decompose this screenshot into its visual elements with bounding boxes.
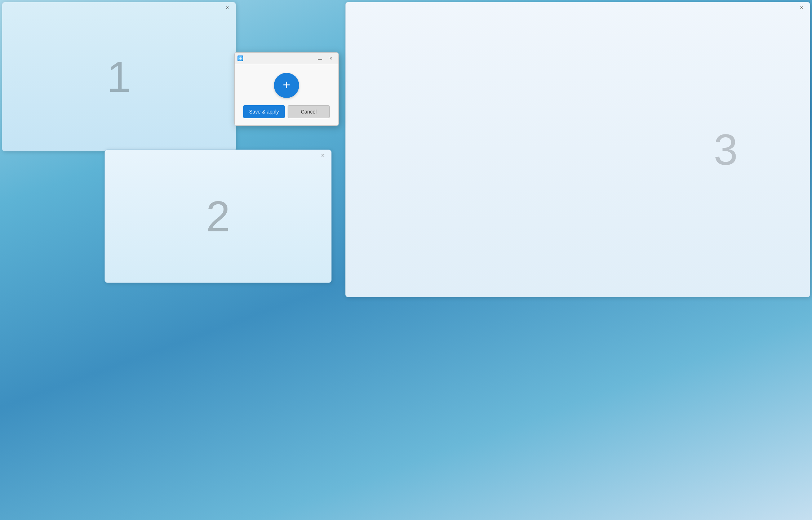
window-1: × 1 (2, 2, 236, 151)
dialog-titlebar-controls: × (315, 54, 336, 63)
dialog-close-button[interactable]: × (326, 54, 336, 63)
save-apply-button[interactable]: Save & apply (243, 105, 285, 118)
dialog-minimize-button[interactable] (315, 54, 325, 63)
plus-icon: + (283, 79, 290, 92)
window-2-titlebar: × (105, 150, 331, 161)
window-1-number: 1 (107, 52, 131, 102)
window-3-number: 3 (714, 125, 738, 174)
dialog: × + Save & apply Cancel (234, 52, 339, 126)
svg-rect-11 (240, 57, 241, 60)
window-2: × 2 (105, 150, 332, 283)
window-3: × 3 (345, 2, 810, 297)
dialog-actions: Save & apply Cancel (240, 105, 333, 118)
dialog-add-button[interactable]: + (274, 73, 299, 98)
dialog-titlebar: × (235, 53, 338, 64)
window-3-close-button[interactable]: × (796, 3, 807, 13)
dialog-app-icon (238, 55, 243, 61)
window-2-close-button[interactable]: × (318, 150, 328, 161)
window-3-titlebar: × (346, 2, 810, 14)
window-2-number: 2 (206, 191, 230, 241)
window-1-close-button[interactable]: × (222, 3, 233, 13)
cancel-button[interactable]: Cancel (288, 105, 330, 118)
dialog-title-left (238, 55, 243, 61)
window-1-titlebar: × (2, 2, 236, 14)
dialog-body: + Save & apply Cancel (235, 64, 338, 125)
